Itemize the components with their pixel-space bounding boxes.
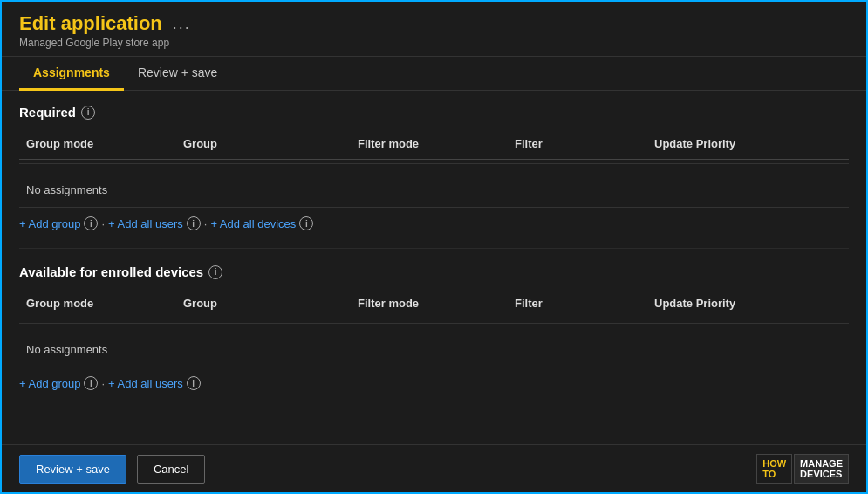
add-all-users-link-2[interactable]: + Add all users (108, 377, 183, 390)
col-group-2: Group (176, 293, 351, 313)
footer: Review + save Cancel HOWTO MANAGEDEVICES (2, 444, 866, 492)
tab-bar: Assignments Review + save (2, 57, 866, 91)
required-info-icon[interactable]: i (81, 106, 95, 120)
app-container: Edit application ... Managed Google Play… (2, 2, 866, 492)
available-add-links: + Add group i · + Add all users i (19, 376, 849, 390)
header: Edit application ... Managed Google Play… (2, 2, 866, 57)
required-empty-row: No assignments (19, 173, 849, 208)
col-filter-mode-2: Filter mode (351, 293, 508, 313)
cancel-button[interactable]: Cancel (137, 455, 205, 484)
section-required: Required i Group mode Group Filter mode … (19, 105, 849, 230)
review-save-button[interactable]: Review + save (19, 455, 126, 484)
tab-assignments[interactable]: Assignments (19, 57, 124, 91)
required-header-divider (19, 163, 849, 164)
add-all-users-info-icon-2[interactable]: i (187, 376, 201, 390)
available-header-divider (19, 323, 849, 324)
col-filter-mode-1: Filter mode (351, 134, 508, 154)
col-filter-1: Filter (508, 134, 647, 154)
col-group-1: Group (176, 134, 351, 154)
required-empty-message: No assignments (19, 180, 176, 200)
available-table-header: Group mode Group Filter mode Filter Upda… (19, 288, 849, 319)
required-table-header: Group mode Group Filter mode Filter Upda… (19, 128, 849, 160)
section-available-enrolled: Available for enrolled devices i Group m… (19, 264, 849, 390)
col-group-mode-1: Group mode (19, 134, 176, 154)
col-update-priority-2: Update Priority (647, 293, 849, 313)
page-subtitle: Managed Google Play store app (19, 37, 849, 49)
col-update-priority-1: Update Priority (647, 134, 849, 154)
section-available-title: Available for enrolled devices i (19, 264, 849, 279)
add-group-link-2[interactable]: + Add group (19, 377, 80, 390)
page-title: Edit application (19, 12, 162, 35)
logo-manage-text: MANAGEDEVICES (794, 454, 849, 484)
section-required-title: Required i (19, 105, 849, 120)
add-all-users-link[interactable]: + Add all users (108, 217, 183, 230)
footer-logo: HOWTO MANAGEDEVICES (756, 454, 849, 484)
add-all-devices-link[interactable]: + Add all devices (210, 217, 296, 230)
col-group-mode-2: Group mode (19, 293, 176, 313)
sections-divider (19, 248, 849, 249)
add-group-info-icon-2[interactable]: i (84, 376, 98, 390)
add-all-users-info-icon[interactable]: i (187, 216, 201, 230)
header-menu-icon[interactable]: ... (173, 15, 191, 33)
required-add-links: + Add group i · + Add all users i · + Ad… (19, 216, 849, 230)
add-all-devices-info-icon[interactable]: i (299, 216, 313, 230)
col-filter-2: Filter (508, 293, 647, 313)
available-empty-message: No assignments (19, 340, 176, 360)
add-group-info-icon[interactable]: i (84, 216, 98, 230)
tab-review-save[interactable]: Review + save (124, 57, 231, 91)
available-info-icon[interactable]: i (208, 265, 222, 279)
logo-how-text: HOWTO (756, 454, 792, 484)
available-empty-row: No assignments (19, 333, 849, 367)
main-content: Required i Group mode Group Filter mode … (2, 91, 866, 444)
add-group-link[interactable]: + Add group (19, 217, 80, 230)
